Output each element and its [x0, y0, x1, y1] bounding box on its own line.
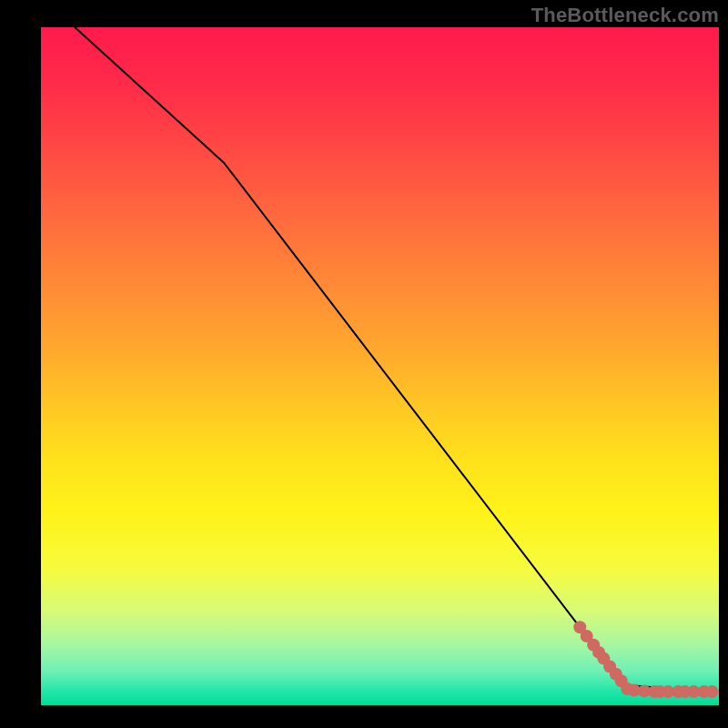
scatter-points: [573, 621, 718, 698]
scatter-point: [706, 685, 719, 698]
chart-svg: [41, 27, 719, 705]
curve-line: [75, 27, 705, 692]
chart-frame: TheBottleneck.com: [0, 0, 728, 728]
attribution-text: TheBottleneck.com: [531, 4, 719, 27]
plot-area: [41, 27, 719, 705]
